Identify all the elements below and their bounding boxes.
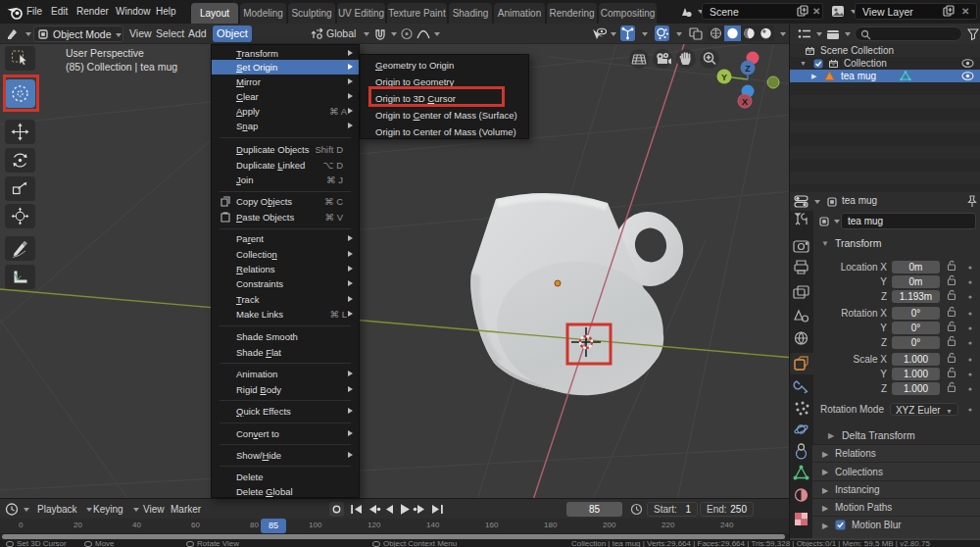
svg-text:Z: Z xyxy=(745,64,751,74)
svg-text:Y: Y xyxy=(721,73,727,82)
svg-text:X: X xyxy=(742,97,748,107)
